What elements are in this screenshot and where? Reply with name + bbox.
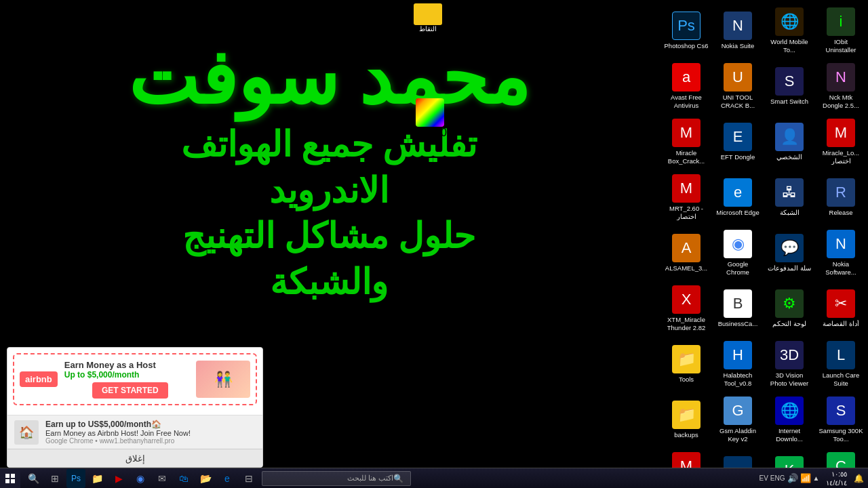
icon-img-bizcard: B bbox=[724, 289, 752, 318]
taskbar-app-player[interactable]: ▶ bbox=[108, 468, 129, 489]
icon-img-adat-tool: ✂ bbox=[827, 289, 855, 318]
desktop-icon-launch-care[interactable]: LLaunch Care Suite bbox=[816, 337, 866, 391]
desktop-icon-mrt[interactable]: MMRT_2.60 - اختصار bbox=[661, 170, 711, 224]
icon-img-alsamel: A bbox=[672, 234, 701, 262]
icon-label-nokia-sw: Nokia Software... bbox=[818, 260, 863, 276]
icon-label-mrt: MRT_2.60 - اختصار bbox=[664, 205, 709, 220]
icon-img-mrt: M bbox=[672, 174, 701, 203]
icon-img-shabaka: 🖧 bbox=[775, 178, 804, 207]
arc-folder-icon bbox=[416, 98, 444, 127]
desktop-icon-loh[interactable]: ⚙لوحة التحكم bbox=[764, 281, 814, 336]
taskbar-app-mail[interactable]: ✉ bbox=[152, 468, 172, 489]
desktop-icon-internet-dl[interactable]: 🌐Internet Downlo... bbox=[764, 392, 814, 447]
icon-label-adat-tool: أداة القصاصة bbox=[823, 320, 859, 327]
desktop-icon-samsung-tool[interactable]: SSamsung 300K Too... bbox=[816, 392, 866, 447]
icon-label-miracle-loc: Miracle_Lo... اختصار bbox=[818, 149, 863, 165]
folder-top[interactable]: التقاط bbox=[414, 3, 442, 33]
desktop-icon-xtm-miracle[interactable]: XXTM_Miracle Thunder 2.82 bbox=[661, 281, 711, 336]
taskbar-app-task[interactable]: ⊞ bbox=[45, 468, 65, 489]
desktop-icon-backups[interactable]: 📁backups bbox=[661, 392, 711, 447]
desktop-icon-nokia-sw[interactable]: NNokia Software... bbox=[816, 226, 866, 280]
tray-volume[interactable]: 🔊 bbox=[787, 473, 798, 483]
icon-img-uni-tool: U bbox=[724, 63, 752, 92]
taskbar-app-photoshop[interactable]: Ps bbox=[66, 469, 85, 488]
desktop-icon-shabaka[interactable]: 🖧الشبكة bbox=[764, 170, 814, 224]
taskbar-app-search[interactable]: 🔍 bbox=[23, 468, 43, 489]
taskbar-app-chrome[interactable]: ◉ bbox=[130, 468, 151, 489]
desktop-icon-photoshop[interactable]: PsPhotoshop Cs6 bbox=[661, 3, 711, 58]
desktop-icon-uni-tool[interactable]: UUNI TOOL CRACK B... bbox=[713, 59, 763, 113]
icon-label-3dvision: 3D Vision Photo Viewer bbox=[767, 371, 812, 387]
start-button[interactable] bbox=[0, 468, 20, 489]
taskbar-app-store[interactable]: 🛍 bbox=[174, 468, 194, 489]
desktop-icon-shar-shakhsi[interactable]: 👤الشخصي bbox=[764, 115, 814, 169]
icon-label-launch-care: Launch Care Suite bbox=[818, 371, 863, 387]
desktop-icon-bizcard[interactable]: BBusinessCa... bbox=[713, 281, 763, 336]
desktop-icon-tools[interactable]: 📁Tools bbox=[661, 337, 711, 391]
tray-notification[interactable]: 🔔 bbox=[854, 474, 864, 483]
taskbar-app-ie[interactable]: e bbox=[217, 468, 237, 489]
airbnb-logo: airbnb bbox=[20, 371, 58, 387]
taskbar-app-multi[interactable]: ⊟ bbox=[239, 468, 259, 489]
desktop-icon-3dvision[interactable]: 3D3D Vision Photo Viewer bbox=[764, 337, 814, 391]
taskbar-search-placeholder: اكتب هنا للبحث bbox=[347, 474, 393, 483]
folder-top-icon bbox=[414, 3, 442, 25]
desktop-icon-gsm-aladdin[interactable]: GGsm Aladdin Key v2 bbox=[713, 392, 763, 447]
ad-notif-text: Earn up to US$5,000/month🏠 Earn Money as… bbox=[45, 420, 256, 445]
icon-label-nck-mtk: Nck Mtk Dongle 2.5... bbox=[818, 94, 863, 109]
icon-label-gsm-aladdin: Gsm Aladdin Key v2 bbox=[715, 427, 760, 443]
desktop-icon-miracle-loc[interactable]: MMiracle_Lo... اختصار bbox=[816, 115, 866, 169]
arabic-title-line1: محمد سوفت bbox=[0, 41, 658, 115]
desktop-icon-iobit[interactable]: iIObit Uninstaller bbox=[816, 3, 866, 58]
folder-arc[interactable]: arc210 bbox=[414, 98, 447, 139]
desktop-icon-adat-tool[interactable]: ✂أداة القصاصة bbox=[816, 281, 866, 336]
icon-img-photoshop: Ps bbox=[672, 12, 701, 40]
icon-img-miracle-crack: M bbox=[672, 119, 701, 147]
desktop-icon-world-mobile[interactable]: 🌐World Mobile To... bbox=[764, 3, 814, 58]
icon-label-bizcard: BusinessCa... bbox=[718, 320, 758, 327]
desktop-icon-nck-mtk[interactable]: NNck Mtk Dongle 2.5... bbox=[816, 59, 866, 113]
desktop-icon-nokia-suite[interactable]: NNokia Suite bbox=[713, 3, 763, 58]
desktop-icon-smart-switch[interactable]: SSmart Switch bbox=[764, 59, 814, 113]
icon-label-ms-edge: Microsoft Edge bbox=[716, 209, 759, 216]
icon-img-nokia-suite: N bbox=[724, 12, 752, 40]
tray-lang[interactable]: ENG bbox=[770, 474, 785, 482]
icon-img-smart-switch: S bbox=[775, 67, 804, 96]
taskbar-clock: ١٠:٥٥ ١٤/٤/١٤ bbox=[822, 470, 851, 487]
clock-date: ١٤/٤/١٤ bbox=[826, 479, 847, 487]
desktop-icon-release[interactable]: RRelease bbox=[816, 170, 866, 224]
ad-notification: 🏠 Earn up to US$5,000/month🏠 Earn Money … bbox=[7, 415, 262, 449]
subtitle-line4: حلول مشاكل التهنيج bbox=[0, 214, 658, 260]
icon-img-loh: ⚙ bbox=[775, 289, 804, 318]
icon-label-photoshop: Photoshop Cs6 bbox=[665, 42, 709, 49]
icon-label-chrome: Google Chrome bbox=[715, 260, 760, 276]
ad-notif-title: Earn up to US$5,000/month🏠 bbox=[45, 420, 256, 429]
icon-img-halabtech: H bbox=[724, 341, 752, 369]
desktop-icon-halabtech[interactable]: HHalabtech Tool_v0.8 bbox=[713, 337, 763, 391]
icon-img-nokia-sw: N bbox=[827, 230, 855, 258]
icon-img-samsung-tool: S bbox=[827, 396, 855, 425]
ad-close-button[interactable]: إغلاق bbox=[125, 453, 145, 464]
ad-image: 👫 bbox=[196, 361, 250, 398]
tray-arrow[interactable]: ▲ bbox=[813, 474, 820, 482]
taskbar-app-explorer[interactable]: 📂 bbox=[195, 468, 216, 489]
subtitle-line3: الاندرويد bbox=[0, 168, 658, 214]
ad-get-started-button[interactable]: GET STARTED bbox=[92, 382, 168, 399]
icon-label-smart-switch: Smart Switch bbox=[770, 98, 808, 105]
desktop-icon-alsamel[interactable]: AALSAMEL_3... bbox=[661, 226, 711, 280]
ad-text: Earn Money as a Host Up to $5,000/month … bbox=[64, 360, 196, 399]
desktop-icon-ms-edge[interactable]: eMicrosoft Edge bbox=[713, 170, 763, 224]
taskbar-search-box[interactable]: 🔍 اكتب هنا للبحث bbox=[262, 471, 411, 486]
icon-img-world-mobile: 🌐 bbox=[775, 7, 804, 36]
tray-network[interactable]: 📶 bbox=[800, 473, 811, 483]
icon-label-backups: backups bbox=[674, 431, 698, 439]
desktop-icon-risala[interactable]: 💬سلة المدفوعات bbox=[764, 226, 814, 280]
tray-ev[interactable]: EV bbox=[760, 474, 768, 482]
desktop-icon-chrome[interactable]: ◉Google Chrome bbox=[713, 226, 763, 280]
desktop-icon-miracle-crack[interactable]: MMiracle Box_Crack... bbox=[661, 115, 711, 169]
desktop-icon-avast[interactable]: aAvast Free Antivirus bbox=[661, 59, 711, 113]
icon-label-eft-dongle: EFT Dongle bbox=[721, 153, 755, 161]
taskbar-app-file[interactable]: 📁 bbox=[87, 468, 107, 489]
subtitle-line5: والشبكة bbox=[0, 260, 658, 306]
desktop-icon-eft-dongle[interactable]: EEFT Dongle bbox=[713, 115, 763, 169]
